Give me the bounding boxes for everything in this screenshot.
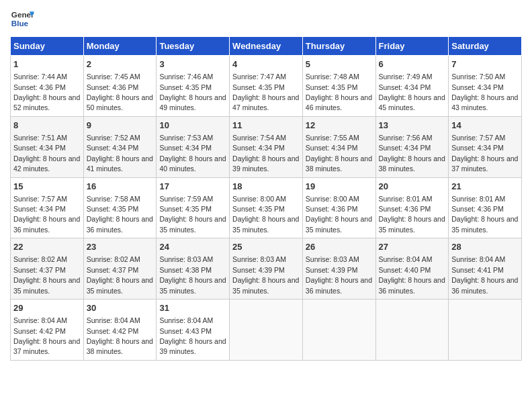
- day-info: Sunrise: 7:48 AMSunset: 4:35 PMDaylight:…: [306, 73, 372, 111]
- day-info: Sunrise: 8:04 AMSunset: 4:40 PMDaylight:…: [379, 255, 445, 294]
- day-info: Sunrise: 8:03 AMSunset: 4:38 PMDaylight:…: [159, 255, 226, 294]
- calendar-cell: 19Sunrise: 8:00 AMSunset: 4:36 PMDayligh…: [302, 177, 375, 238]
- day-info: Sunrise: 7:54 AMSunset: 4:34 PMDaylight:…: [232, 134, 299, 173]
- day-info: Sunrise: 7:58 AMSunset: 4:35 PMDaylight:…: [87, 195, 153, 234]
- calendar-cell: [302, 300, 375, 361]
- day-number: 12: [306, 120, 373, 132]
- day-number: 11: [232, 120, 300, 132]
- day-info: Sunrise: 7:51 AMSunset: 4:34 PMDaylight:…: [13, 134, 80, 173]
- calendar-week-3: 15Sunrise: 7:57 AMSunset: 4:34 PMDayligh…: [11, 177, 522, 238]
- day-info: Sunrise: 8:04 AMSunset: 4:43 PMDaylight:…: [159, 316, 226, 355]
- calendar-cell: 7Sunrise: 7:50 AMSunset: 4:34 PMDaylight…: [449, 56, 522, 117]
- calendar-cell: 23Sunrise: 8:02 AMSunset: 4:37 PMDayligh…: [83, 238, 157, 300]
- day-number: 7: [451, 58, 519, 71]
- day-number: 26: [306, 241, 373, 253]
- day-info: Sunrise: 7:47 AMSunset: 4:35 PMDaylight:…: [232, 73, 299, 111]
- calendar-cell: 25Sunrise: 8:03 AMSunset: 4:39 PMDayligh…: [230, 238, 303, 300]
- day-number: 1: [13, 58, 81, 71]
- day-info: Sunrise: 8:04 AMSunset: 4:42 PMDaylight:…: [13, 316, 80, 355]
- page-header: General Blue: [10, 7, 522, 31]
- day-info: Sunrise: 7:56 AMSunset: 4:34 PMDaylight:…: [379, 134, 445, 173]
- calendar-cell: 22Sunrise: 8:02 AMSunset: 4:37 PMDayligh…: [11, 238, 84, 300]
- day-info: Sunrise: 7:53 AMSunset: 4:34 PMDaylight:…: [159, 134, 226, 173]
- calendar-cell: 31Sunrise: 8:04 AMSunset: 4:43 PMDayligh…: [157, 300, 230, 361]
- day-number: 3: [159, 58, 226, 71]
- day-info: Sunrise: 7:59 AMSunset: 4:35 PMDaylight:…: [159, 195, 226, 234]
- day-info: Sunrise: 8:00 AMSunset: 4:35 PMDaylight:…: [232, 195, 299, 234]
- day-info: Sunrise: 7:44 AMSunset: 4:36 PMDaylight:…: [13, 73, 80, 111]
- calendar-week-5: 29Sunrise: 8:04 AMSunset: 4:42 PMDayligh…: [11, 300, 522, 361]
- calendar-cell: 29Sunrise: 8:04 AMSunset: 4:42 PMDayligh…: [11, 300, 84, 361]
- calendar-cell: [375, 300, 449, 361]
- calendar-cell: 14Sunrise: 7:57 AMSunset: 4:34 PMDayligh…: [449, 116, 522, 177]
- weekday-header-thursday: Thursday: [302, 37, 375, 56]
- calendar-cell: 3Sunrise: 7:46 AMSunset: 4:35 PMDaylight…: [157, 56, 230, 117]
- day-info: Sunrise: 8:03 AMSunset: 4:39 PMDaylight:…: [306, 255, 372, 294]
- day-info: Sunrise: 8:02 AMSunset: 4:37 PMDaylight:…: [13, 255, 80, 294]
- day-info: Sunrise: 7:55 AMSunset: 4:34 PMDaylight:…: [306, 134, 372, 173]
- svg-text:General: General: [11, 10, 34, 19]
- day-number: 21: [451, 181, 519, 193]
- calendar-cell: 20Sunrise: 8:01 AMSunset: 4:36 PMDayligh…: [375, 177, 449, 238]
- day-number: 13: [379, 120, 446, 132]
- calendar-cell: 16Sunrise: 7:58 AMSunset: 4:35 PMDayligh…: [83, 177, 157, 238]
- day-number: 15: [13, 181, 81, 193]
- calendar-cell: 9Sunrise: 7:52 AMSunset: 4:34 PMDaylight…: [83, 116, 157, 177]
- calendar-cell: 18Sunrise: 8:00 AMSunset: 4:35 PMDayligh…: [230, 177, 303, 238]
- calendar-cell: [230, 300, 303, 361]
- weekday-header-tuesday: Tuesday: [157, 37, 230, 56]
- calendar-table: SundayMondayTuesdayWednesdayThursdayFrid…: [10, 36, 522, 361]
- calendar-cell: 17Sunrise: 7:59 AMSunset: 4:35 PMDayligh…: [157, 177, 230, 238]
- weekday-header-monday: Monday: [83, 37, 157, 56]
- day-info: Sunrise: 8:04 AMSunset: 4:41 PMDaylight:…: [451, 255, 518, 294]
- day-number: 27: [379, 241, 446, 253]
- day-number: 4: [232, 58, 300, 71]
- calendar-header-row: SundayMondayTuesdayWednesdayThursdayFrid…: [11, 37, 522, 56]
- day-number: 5: [306, 58, 373, 71]
- day-info: Sunrise: 7:50 AMSunset: 4:34 PMDaylight:…: [451, 73, 518, 111]
- calendar-cell: 2Sunrise: 7:45 AMSunset: 4:36 PMDaylight…: [83, 56, 157, 117]
- day-number: 18: [232, 181, 300, 193]
- weekday-header-friday: Friday: [375, 37, 449, 56]
- calendar-cell: 12Sunrise: 7:55 AMSunset: 4:34 PMDayligh…: [302, 116, 375, 177]
- day-number: 23: [87, 241, 154, 253]
- day-number: 31: [159, 302, 226, 314]
- day-info: Sunrise: 7:49 AMSunset: 4:34 PMDaylight:…: [379, 73, 445, 111]
- day-number: 2: [87, 58, 154, 71]
- day-number: 14: [451, 120, 519, 132]
- day-number: 17: [159, 181, 226, 193]
- day-number: 22: [13, 241, 81, 253]
- day-info: Sunrise: 8:04 AMSunset: 4:42 PMDaylight:…: [87, 316, 153, 355]
- day-info: Sunrise: 8:00 AMSunset: 4:36 PMDaylight:…: [306, 195, 372, 234]
- day-number: 30: [87, 302, 154, 314]
- logo-icon: General Blue: [10, 7, 34, 31]
- calendar-week-2: 8Sunrise: 7:51 AMSunset: 4:34 PMDaylight…: [11, 116, 522, 177]
- day-number: 20: [379, 181, 446, 193]
- day-info: Sunrise: 7:57 AMSunset: 4:34 PMDaylight:…: [451, 134, 518, 173]
- calendar-cell: 28Sunrise: 8:04 AMSunset: 4:41 PMDayligh…: [449, 238, 522, 300]
- calendar-cell: [449, 300, 522, 361]
- calendar-cell: 6Sunrise: 7:49 AMSunset: 4:34 PMDaylight…: [375, 56, 449, 117]
- day-number: 8: [13, 120, 81, 132]
- weekday-header-wednesday: Wednesday: [230, 37, 303, 56]
- day-info: Sunrise: 7:45 AMSunset: 4:36 PMDaylight:…: [87, 73, 153, 111]
- calendar-cell: 27Sunrise: 8:04 AMSunset: 4:40 PMDayligh…: [375, 238, 449, 300]
- svg-text:Blue: Blue: [11, 19, 29, 28]
- weekday-header-saturday: Saturday: [449, 37, 522, 56]
- calendar-cell: 30Sunrise: 8:04 AMSunset: 4:42 PMDayligh…: [83, 300, 157, 361]
- calendar-cell: 13Sunrise: 7:56 AMSunset: 4:34 PMDayligh…: [375, 116, 449, 177]
- calendar-cell: 4Sunrise: 7:47 AMSunset: 4:35 PMDaylight…: [230, 56, 303, 117]
- day-number: 28: [451, 241, 519, 253]
- calendar-cell: 5Sunrise: 7:48 AMSunset: 4:35 PMDaylight…: [302, 56, 375, 117]
- weekday-header-sunday: Sunday: [11, 37, 84, 56]
- calendar-cell: 8Sunrise: 7:51 AMSunset: 4:34 PMDaylight…: [11, 116, 84, 177]
- day-number: 6: [379, 58, 446, 71]
- calendar-cell: 15Sunrise: 7:57 AMSunset: 4:34 PMDayligh…: [11, 177, 84, 238]
- day-info: Sunrise: 8:02 AMSunset: 4:37 PMDaylight:…: [87, 255, 153, 294]
- calendar-cell: 11Sunrise: 7:54 AMSunset: 4:34 PMDayligh…: [230, 116, 303, 177]
- day-number: 9: [87, 120, 154, 132]
- day-number: 29: [13, 302, 81, 314]
- calendar-week-4: 22Sunrise: 8:02 AMSunset: 4:37 PMDayligh…: [11, 238, 522, 300]
- day-number: 16: [87, 181, 154, 193]
- day-info: Sunrise: 7:46 AMSunset: 4:35 PMDaylight:…: [159, 73, 226, 111]
